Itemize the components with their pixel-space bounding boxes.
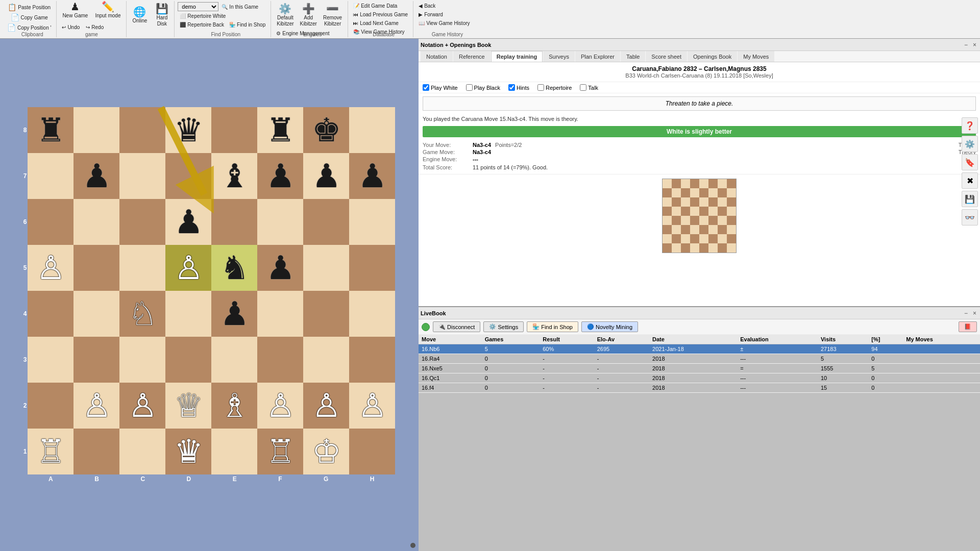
square-c2[interactable]: ♙ xyxy=(119,383,165,429)
col-eval[interactable]: Evaluation xyxy=(737,335,818,344)
play-black-checkbox[interactable] xyxy=(466,84,473,91)
online-btn[interactable]: 🌐 Online xyxy=(130,5,150,26)
copy-game-btn[interactable]: 📄 Copy Game xyxy=(9,12,50,22)
tab-surveys[interactable]: Surveys xyxy=(543,51,575,62)
square-g3[interactable] xyxy=(303,337,349,383)
load-next-game-btn[interactable]: ⏭Load Next Game xyxy=(351,19,401,27)
square-d1[interactable]: ♛ xyxy=(165,429,211,474)
load-previous-game-btn[interactable]: ⏮Load Previous Game xyxy=(351,11,410,18)
square-e4[interactable]: ♟ xyxy=(211,291,257,337)
square-g4[interactable] xyxy=(303,291,349,337)
square-a8[interactable]: ♜ xyxy=(28,107,74,153)
square-c3[interactable] xyxy=(119,337,165,383)
square-b6[interactable] xyxy=(74,199,119,245)
col-date[interactable]: Date xyxy=(649,335,737,344)
back-btn[interactable]: ◀Back xyxy=(416,2,437,10)
col-elo[interactable]: Elo-Av xyxy=(594,335,649,344)
col-move[interactable]: Move xyxy=(419,335,482,344)
forward-btn[interactable]: ▶Forward xyxy=(416,11,445,18)
square-b3[interactable] xyxy=(74,337,119,383)
tab-table[interactable]: Table xyxy=(621,51,645,62)
square-b8[interactable] xyxy=(74,107,119,153)
table-row[interactable]: 16.Qc10--2018---100 xyxy=(419,373,980,383)
square-f3[interactable] xyxy=(257,337,303,383)
square-b7[interactable]: ♟ xyxy=(74,153,119,199)
square-f1[interactable]: ♖ xyxy=(257,429,303,474)
undo-btn[interactable]: ↩Undo xyxy=(60,23,82,31)
livebook-minimize-btn[interactable]: − xyxy=(963,310,969,317)
table-row[interactable]: 16.f40--2018---150 xyxy=(419,383,980,393)
square-c1[interactable] xyxy=(119,429,165,474)
view-side-btn[interactable]: 👓 xyxy=(962,209,978,226)
tab-score-sheet[interactable]: Score sheet xyxy=(646,51,687,62)
play-white-option[interactable]: Play White xyxy=(423,84,458,91)
square-e3[interactable] xyxy=(211,337,257,383)
square-c8[interactable] xyxy=(119,107,165,153)
col-visits[interactable]: Visits xyxy=(818,335,868,344)
square-e6[interactable] xyxy=(211,199,257,245)
hints-option[interactable]: Hints xyxy=(508,84,529,91)
search-dropdown[interactable]: demo xyxy=(178,2,218,11)
square-d2[interactable]: ♕ xyxy=(165,383,211,429)
table-row[interactable]: 16.Ra40--2018---50 xyxy=(419,354,980,364)
repertoire-checkbox[interactable] xyxy=(537,84,544,91)
square-g7[interactable]: ♟ xyxy=(303,153,349,199)
square-f8[interactable]: ♜ xyxy=(257,107,303,153)
hard-disk-btn[interactable]: 💾 Hard Disk xyxy=(153,2,171,29)
square-a5[interactable]: ♙ xyxy=(28,245,74,291)
chess-board[interactable]: ♜ ♛ ♜ ♚ xyxy=(28,107,395,474)
square-d4[interactable] xyxy=(165,291,211,337)
tab-notation[interactable]: Notation xyxy=(421,51,453,62)
square-d8[interactable]: ♛ xyxy=(165,107,211,153)
square-f7[interactable]: ♟ xyxy=(257,153,303,199)
square-e2[interactable]: ♗ xyxy=(211,383,257,429)
square-a2[interactable] xyxy=(28,383,74,429)
square-d5[interactable]: ♙ xyxy=(165,245,211,291)
square-d6[interactable]: ♟ xyxy=(165,199,211,245)
repertoire-white-btn[interactable]: ⬜Repertoire White xyxy=(178,12,228,20)
repertoire-black-btn[interactable]: ⬛Repertoire Back xyxy=(178,21,226,29)
square-e5[interactable]: ♞ xyxy=(211,245,257,291)
table-row[interactable]: 16.Nb6560%26952021-Jan-18±2718394 xyxy=(419,344,980,354)
square-a1[interactable]: ♖ xyxy=(28,429,74,474)
square-g8[interactable]: ♚ xyxy=(303,107,349,153)
square-h7[interactable]: ♟ xyxy=(349,153,395,199)
square-a6[interactable] xyxy=(28,199,74,245)
input-mode-btn[interactable]: ✏️ Input mode xyxy=(92,0,123,21)
square-b5[interactable] xyxy=(74,245,119,291)
new-game-btn[interactable]: ♟ New Game xyxy=(60,0,90,21)
copy-position-btn[interactable]: 📄 Copy Position ' xyxy=(5,22,53,33)
settings-lb-btn[interactable]: ⚙️ Settings xyxy=(483,321,524,332)
add-kibitzer-btn[interactable]: ➕ Add Kibitzer xyxy=(298,2,320,29)
novelty-mining-btn[interactable]: 🔵 Novelty Mining xyxy=(581,321,638,332)
play-black-option[interactable]: Play Black xyxy=(466,84,500,91)
square-h1[interactable] xyxy=(349,429,395,474)
bookmark-side-btn[interactable]: 🔖 xyxy=(962,154,978,170)
close-side-btn[interactable]: ✖ xyxy=(962,172,978,189)
in-this-game-btn[interactable]: 🔍In this Game xyxy=(219,3,260,11)
tab-my-moves[interactable]: My Moves xyxy=(738,51,774,62)
square-h2[interactable]: ♙ xyxy=(349,383,395,429)
livebook-close-btn[interactable]: × xyxy=(971,310,978,317)
help-side-btn[interactable]: ❓ xyxy=(962,117,978,134)
square-h5[interactable] xyxy=(349,245,395,291)
talk-option[interactable]: Talk xyxy=(580,84,598,91)
square-a4[interactable] xyxy=(28,291,74,337)
livebook-book-btn[interactable]: 📕 xyxy=(959,321,977,332)
square-b4[interactable] xyxy=(74,291,119,337)
square-h6[interactable] xyxy=(349,199,395,245)
edit-game-data-btn[interactable]: 📝Edit Game Data xyxy=(351,2,399,10)
square-e8[interactable] xyxy=(211,107,257,153)
square-h8[interactable] xyxy=(349,107,395,153)
square-c4[interactable]: ♘ xyxy=(119,291,165,337)
square-h4[interactable] xyxy=(349,291,395,337)
settings-side-btn[interactable]: ⚙️ xyxy=(962,136,978,152)
square-b1[interactable] xyxy=(74,429,119,474)
square-f2[interactable]: ♙ xyxy=(257,383,303,429)
square-c6[interactable] xyxy=(119,199,165,245)
repertoire-option[interactable]: Repertoire xyxy=(537,84,572,91)
square-b2[interactable]: ♙ xyxy=(74,383,119,429)
square-g6[interactable] xyxy=(303,199,349,245)
square-f6[interactable] xyxy=(257,199,303,245)
view-game-history-btn2[interactable]: 📖View Game History xyxy=(416,19,472,27)
